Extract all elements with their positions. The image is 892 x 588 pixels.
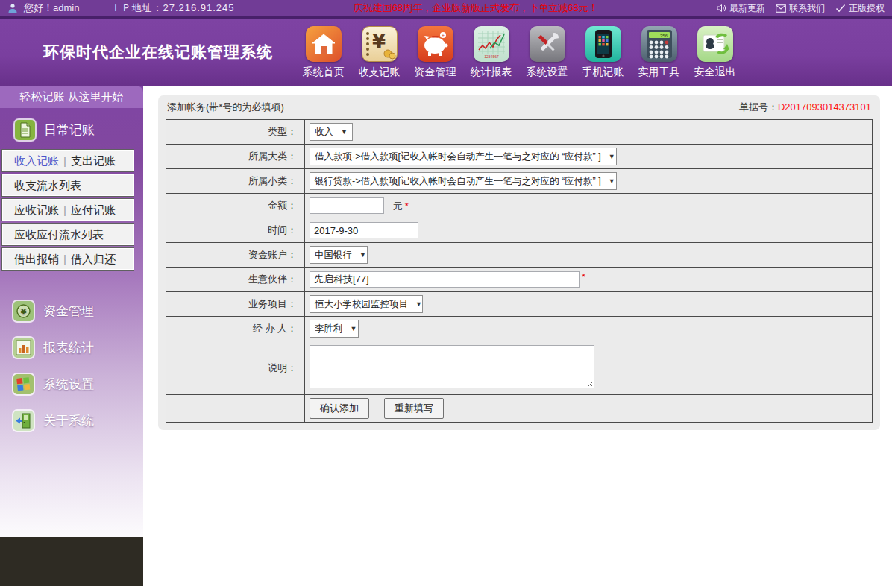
- row-type: 类型： 收入: [166, 120, 873, 145]
- nav-settings[interactable]: 系统设置: [519, 26, 575, 79]
- speaker-icon: [717, 4, 726, 13]
- check-icon: [835, 4, 846, 13]
- row-project: 业务项目： 恒大小学校园监控项目: [166, 292, 873, 317]
- partner-label: 生意伙伴：: [166, 268, 305, 292]
- menu-link-lend[interactable]: 借出报销: [14, 253, 59, 265]
- piggy-bank-icon: +: [418, 26, 453, 62]
- required-mark: *: [582, 271, 585, 282]
- reset-button[interactable]: 重新填写: [384, 398, 444, 419]
- project-label: 业务项目：: [166, 292, 305, 317]
- license-link[interactable]: 正版授权: [835, 2, 885, 15]
- svg-text:356: 356: [659, 33, 668, 37]
- partner-input[interactable]: [310, 271, 580, 288]
- page-title: 环保时代企业在线记账管理系统: [43, 42, 273, 63]
- sidebar-item-about[interactable]: 关于系统: [0, 402, 143, 439]
- bar-chart-icon: [13, 338, 34, 358]
- chart-icon: 1234567: [474, 26, 509, 62]
- major-category-select[interactable]: 借入款项->借入款项[记收入帐时会自动产生一笔与之对应的 “应付款” ]: [310, 148, 617, 165]
- home-icon: [306, 26, 342, 62]
- sidebar-item-receivable-payable[interactable]: 应收记账|应付记账: [1, 198, 134, 221]
- nav-home[interactable]: 系统首页: [295, 26, 351, 79]
- app-window: 您好！admin ＩＰ地址：27.216.91.245 庆祝建国68周年，企业版…: [0, 0, 892, 586]
- sidebar-footer-block: [0, 537, 143, 586]
- amount-input[interactable]: [310, 197, 384, 214]
- date-label: 时间：: [166, 218, 305, 243]
- sidebar-item-loan[interactable]: 借出报销|借入归还: [1, 247, 134, 271]
- row-major-category: 所属大类： 借入款项->借入款项[记收入帐时会自动产生一笔与之对应的 “应付款”…: [166, 145, 873, 169]
- add-account-form: 类型： 收入 所属大类： 借入款项->借入款项[记收入帐时会自动产生一笔与之对应…: [166, 119, 873, 423]
- svg-text:¥: ¥: [21, 307, 27, 317]
- project-select[interactable]: 恒大小学校园监控项目: [310, 295, 423, 313]
- row-account: 资金账户： 中国银行: [166, 243, 873, 268]
- document-icon: [15, 120, 35, 140]
- type-select[interactable]: 收入: [310, 123, 353, 141]
- menu-link-expense[interactable]: 支出记账: [71, 154, 116, 167]
- menu-link-rp-flow-list[interactable]: 应收应付流水列表: [14, 228, 104, 241]
- exit-door-icon: [13, 411, 34, 431]
- announcement-banner: 庆祝建国68周年，企业版新版正式发布，下单立减68元！: [235, 1, 717, 15]
- agent-label: 经 办 人：: [166, 317, 305, 341]
- phone-icon: [585, 26, 621, 62]
- menu-link-receivable[interactable]: 应收记账: [14, 203, 59, 216]
- add-account-panel: 添加帐务(带*号的为必填项) 单据号：D2017093014373101 类型：…: [158, 95, 880, 430]
- sidebar-item-reports[interactable]: 报表统计: [0, 329, 143, 366]
- daily-section-label: 日常记账: [44, 121, 95, 139]
- envelope-icon: [776, 4, 786, 13]
- header: 环保时代企业在线记账管理系统 系统首页 ¥ 收支记账: [0, 19, 892, 86]
- nav-logout[interactable]: 安全退出: [687, 26, 743, 79]
- nav-reports[interactable]: 1234567 统计报表: [463, 26, 519, 79]
- amount-unit: 元: [393, 200, 403, 212]
- user-icon: [7, 3, 18, 13]
- account-select[interactable]: 中国银行: [310, 246, 368, 264]
- sidebar-item-cashflow-list[interactable]: 收支流水列表: [1, 174, 134, 197]
- menu-link-cashflow-list[interactable]: 收支流水列表: [14, 179, 81, 192]
- yen-coin-icon: ¥: [13, 301, 34, 321]
- ip-address: ＩＰ地址：27.216.91.245: [110, 1, 234, 15]
- sidebar-item-income-expense[interactable]: 收入记账|支出记账: [1, 149, 134, 172]
- date-input[interactable]: [310, 222, 418, 238]
- topbar: 您好！admin ＩＰ地址：27.216.91.245 庆祝建国68周年，企业版…: [0, 0, 892, 19]
- latest-updates-link[interactable]: 最新更新: [717, 2, 765, 15]
- menu-link-income[interactable]: 收入记账: [14, 154, 59, 167]
- menu-link-payable[interactable]: 应付记账: [71, 203, 116, 216]
- sidebar-section-daily: 日常记账: [15, 120, 143, 140]
- nav-tools-utility[interactable]: 356 实用工具: [631, 26, 687, 79]
- sidebar: 轻松记账 从这里开始 日常记账 收入记账|支出记账 收支流水列表 应收记账|应付…: [0, 86, 143, 586]
- sidebar-menu: 收入记账|支出记账 收支流水列表 应收记账|应付记账 应收应付流水列表 借出报销…: [0, 149, 143, 271]
- tools-icon: [530, 26, 565, 62]
- agent-select[interactable]: 李胜利: [310, 320, 359, 338]
- greeting-text: 您好！admin: [24, 1, 79, 15]
- row-date: 时间：: [166, 218, 873, 243]
- row-minor-category: 所属小类： 银行贷款->借入款项[记收入帐时会自动产生一笔与之对应的 “应付款”…: [166, 169, 873, 194]
- row-note: 说明：: [166, 341, 873, 395]
- row-amount: 金额： 元*: [166, 194, 873, 218]
- sidebar-item-funds[interactable]: ¥ 资金管理: [0, 293, 143, 329]
- confirm-add-button[interactable]: 确认添加: [310, 398, 369, 419]
- menu-separator: |: [63, 203, 66, 216]
- logout-icon: [697, 26, 733, 62]
- nav-fund-management[interactable]: + 资金管理: [407, 26, 463, 79]
- main-content: 添加帐务(带*号的为必填项) 单据号：D2017093014373101 类型：…: [143, 86, 892, 586]
- sidebar-item-rp-flow-list[interactable]: 应收应付流水列表: [1, 223, 134, 246]
- row-partner: 生意伙伴： *: [166, 268, 873, 292]
- note-textarea[interactable]: [310, 345, 594, 388]
- row-agent: 经 办 人： 李胜利: [166, 317, 873, 341]
- nav-mobile[interactable]: 手机记账: [575, 26, 631, 79]
- required-mark: *: [405, 200, 409, 212]
- contact-us-link[interactable]: 联系我们: [776, 2, 825, 15]
- svg-text:+: +: [441, 32, 444, 37]
- nav-income-expense[interactable]: ¥ 收支记账: [351, 26, 407, 79]
- sidebar-item-settings[interactable]: 系统设置: [0, 366, 143, 402]
- type-label: 类型：: [166, 120, 305, 145]
- menu-separator: |: [63, 154, 66, 167]
- row-actions: 确认添加 重新填写: [166, 395, 873, 423]
- minor-category-select[interactable]: 银行贷款->借入款项[记收入帐时会自动产生一笔与之对应的 “应付款” ]: [310, 172, 617, 190]
- windows-icon: [13, 374, 34, 394]
- receipt-number: 单据号：D2017093014373101: [739, 101, 871, 114]
- sidebar-slogan: 轻松记账 从这里开始: [0, 86, 143, 108]
- major-category-label: 所属大类：: [166, 145, 305, 169]
- note-label: 说明：: [166, 341, 305, 395]
- receipt-number-value: D2017093014373101: [778, 101, 871, 113]
- menu-link-borrow-return[interactable]: 借入归还: [71, 253, 116, 265]
- account-label: 资金账户：: [166, 243, 305, 268]
